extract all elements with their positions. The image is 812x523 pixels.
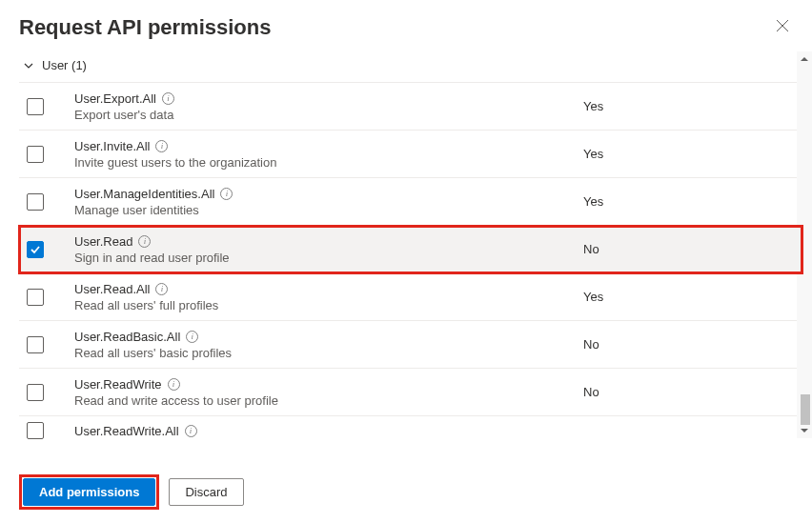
admin-consent-value: Yes: [583, 194, 802, 209]
admin-consent-value: No: [583, 385, 802, 399]
permission-description: Invite guest users to the organization: [74, 155, 583, 170]
table-row[interactable]: User.ReadWriteiRead and write access to …: [19, 369, 802, 416]
permission-checkbox[interactable]: [27, 241, 44, 258]
permission-name: User.Export.All: [74, 91, 156, 106]
admin-consent-value: Yes: [583, 290, 802, 304]
permission-name: User.Read: [74, 234, 132, 249]
table-row[interactable]: User.Invite.AlliInvite guest users to th…: [19, 131, 802, 178]
admin-consent-value: Yes: [583, 99, 802, 113]
scroll-down-arrow-icon[interactable]: [797, 423, 812, 438]
table-row[interactable]: User.ReadWrite.All i: [19, 416, 802, 439]
permission-checkbox[interactable]: [27, 384, 44, 401]
page-title: Request API permissions: [19, 15, 271, 40]
admin-consent-value: No: [583, 242, 802, 256]
add-permissions-button[interactable]: Add permissions: [23, 478, 155, 506]
info-icon[interactable]: i: [185, 425, 197, 437]
table-row[interactable]: User.Read.AlliRead all users' full profi…: [19, 273, 802, 321]
add-permissions-highlight: Add permissions: [19, 474, 159, 510]
info-icon[interactable]: i: [220, 188, 233, 200]
permission-name: User.ManageIdentities.All: [74, 187, 214, 201]
admin-consent-value: Yes: [583, 147, 802, 161]
info-icon[interactable]: i: [155, 140, 168, 152]
permissions-table: User.Export.AlliExport user's dataYesUse…: [19, 82, 802, 416]
permission-checkbox[interactable]: [27, 98, 44, 115]
info-icon[interactable]: i: [138, 235, 151, 248]
permission-description: Export user's data: [74, 108, 583, 122]
permission-description: Manage user identities: [74, 203, 583, 217]
info-icon[interactable]: i: [162, 92, 174, 105]
permission-name: User.ReadWrite.All: [74, 424, 179, 438]
permission-checkbox[interactable]: [27, 193, 44, 211]
permission-description: Read all users' basic profiles: [74, 346, 583, 360]
permission-description: Read all users' full profiles: [74, 298, 583, 312]
permission-description: Sign in and read user profile: [74, 251, 583, 265]
chevron-down-icon: [23, 60, 34, 71]
table-row[interactable]: User.Export.AlliExport user's dataYes: [19, 83, 802, 131]
scroll-up-arrow-icon[interactable]: [797, 51, 812, 67]
admin-consent-value: No: [583, 337, 802, 352]
info-icon[interactable]: i: [168, 378, 180, 391]
permission-checkbox[interactable]: [27, 336, 44, 353]
info-icon[interactable]: i: [186, 331, 198, 343]
permissions-scroll-area: User (1) User.Export.AlliExport user's d…: [0, 50, 812, 440]
group-label: User (1): [42, 58, 87, 72]
permission-checkbox[interactable]: [27, 422, 44, 439]
permission-checkbox[interactable]: [27, 146, 44, 163]
permission-name: User.ReadBasic.All: [74, 330, 180, 344]
discard-button[interactable]: Discard: [169, 478, 243, 506]
group-header-user[interactable]: User (1): [19, 50, 802, 82]
permission-name: User.ReadWrite: [74, 377, 162, 392]
footer: Add permissions Discard: [0, 465, 263, 523]
close-icon[interactable]: [772, 15, 793, 39]
table-row[interactable]: User.ReadiSign in and read user profileN…: [19, 226, 802, 273]
permission-description: Read and write access to user profile: [74, 393, 583, 408]
info-icon[interactable]: i: [155, 283, 168, 295]
permission-name: User.Read.All: [74, 282, 150, 296]
scroll-thumb[interactable]: [801, 394, 810, 425]
permission-checkbox[interactable]: [27, 289, 44, 306]
table-row[interactable]: User.ReadBasic.AlliRead all users' basic…: [19, 321, 802, 369]
permission-name: User.Invite.All: [74, 139, 150, 153]
table-row[interactable]: User.ManageIdentities.AlliManage user id…: [19, 178, 802, 226]
